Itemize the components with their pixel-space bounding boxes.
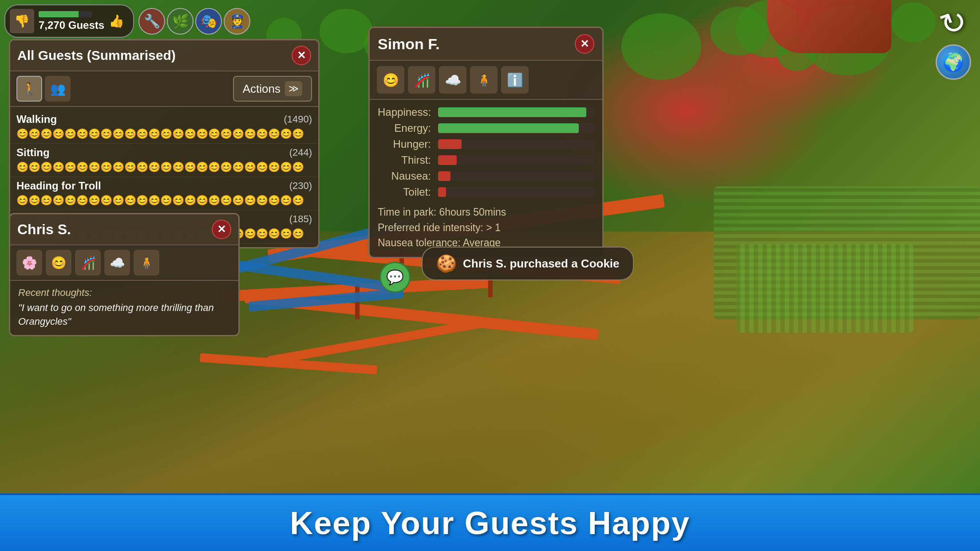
foliage xyxy=(710,7,768,55)
activity-walking-count: (1490) xyxy=(284,114,312,125)
top-bar: 👎 7,270 Guests 👍 🔧 🌿 🎭 👮 xyxy=(4,4,250,38)
stat-happiness-bar xyxy=(438,107,594,117)
foliage xyxy=(621,13,701,80)
cookie-purchase-text: Chris S. purchased a Cookie xyxy=(463,257,620,271)
all-guests-header: All Guests (Summarised) ✕ xyxy=(10,40,318,71)
guest-count-text: 7,270 Guests xyxy=(39,19,104,31)
bottom-banner-text: Keep Your Guests Happy xyxy=(290,505,690,541)
chris-icon-tabs: 🌸 😊 🎢 ☁️ 🧍 xyxy=(10,245,238,281)
simon-icon-tabs: 😊 🎢 ☁️ 🧍 ℹ️ xyxy=(370,61,602,100)
face-emoji: 😊😊😊😊😊😊😊😊😊😊😊😊😊😊😊😊😊😊😊😊😊😊😊😊😊😊😊😊😊 xyxy=(16,194,312,207)
simon-panel: Simon F. ✕ 😊 🎢 ☁️ 🧍 ℹ️ Happiness: Energy… xyxy=(368,27,604,258)
happiness-fill xyxy=(39,11,79,17)
staff-icon-groundskeeper[interactable]: 🌿 xyxy=(167,8,194,35)
cookie-notification: 🍪 Chris S. purchased a Cookie xyxy=(422,247,634,280)
stat-happiness-fill xyxy=(438,107,586,117)
face-emoji: 😊😊😊😊😊😊😊😊😊😊😊😊😊😊😊😊😊😊😊😊😊😊😊😊😊😊😊😊😊 xyxy=(16,127,312,141)
chris-thoughts-text: "I want to go on something more thrillin… xyxy=(18,301,230,329)
simon-tab-face[interactable]: 😊 xyxy=(377,66,404,94)
chris-panel: Chris S. ✕ 🌸 😊 🎢 ☁️ 🧍 Recent thoughts: "… xyxy=(9,213,240,336)
stat-happiness: Happiness: xyxy=(378,106,594,118)
activity-railway-count: (185) xyxy=(289,213,312,225)
activity-sitting[interactable]: Sitting (244) 😊😊😊😊😊😊😊😊😊😊😊😊😊😊😊😊😊😊😊😊😊😊😊😊😊😊… xyxy=(10,144,318,177)
stat-energy-bar xyxy=(438,123,594,133)
actions-button[interactable]: Actions ≫ xyxy=(233,76,312,102)
stat-happiness-label: Happiness: xyxy=(378,106,431,118)
chris-tab-person[interactable]: 🧍 xyxy=(134,250,159,276)
thumbs-up-icon: 👍 xyxy=(109,14,124,28)
simon-stats: Happiness: Energy: Hunger: Thirst: Nause… xyxy=(370,100,602,205)
activity-sitting-name: Sitting xyxy=(16,146,50,159)
tulip-field-2 xyxy=(736,244,913,333)
simon-header: Simon F. ✕ xyxy=(370,28,602,61)
double-chevron-icon: ≫ xyxy=(285,81,302,96)
chris-close-button[interactable]: ✕ xyxy=(212,220,231,239)
tab-single-guest[interactable]: 🚶 xyxy=(16,76,42,102)
stat-hunger-fill xyxy=(438,139,462,149)
simon-name: Simon F. xyxy=(378,35,440,53)
stat-hunger: Hunger: xyxy=(378,138,594,150)
activity-troll-header: Heading for Troll (230) xyxy=(16,180,312,192)
all-guests-toolbar: 🚶 👥 Actions ≫ xyxy=(10,71,318,107)
activity-troll[interactable]: Heading for Troll (230) 😊😊😊😊😊😊😊😊😊😊😊😊😊😊😊😊… xyxy=(10,177,318,210)
guest-count-info: 7,270 Guests xyxy=(39,11,104,31)
all-guests-title: All Guests (Summarised) xyxy=(17,48,176,63)
activity-sitting-header: Sitting (244) xyxy=(16,146,312,159)
top-right-controls: ↻ 🌍 xyxy=(936,4,971,80)
stat-thirst-fill xyxy=(438,155,457,165)
stat-toilet: Toilet: xyxy=(378,186,594,198)
globe-button[interactable]: 🌍 xyxy=(936,44,971,80)
tab-group-guests[interactable]: 👥 xyxy=(45,76,71,102)
activity-sitting-count: (244) xyxy=(289,147,312,158)
stat-toilet-fill xyxy=(438,187,446,197)
activity-walking-name: Walking xyxy=(16,113,57,126)
chris-name: Chris S. xyxy=(17,221,71,238)
chris-tab-flower[interactable]: 🌸 xyxy=(16,250,42,276)
stat-toilet-bar xyxy=(438,187,594,197)
stat-thirst-bar xyxy=(438,155,594,165)
activity-walking[interactable]: Walking (1490) 😊😊😊😊😊😊😊😊😊😊😊😊😊😊😊😊😊😊😊😊😊😊😊😊😊… xyxy=(10,110,318,144)
chris-thoughts-header: Recent thoughts: xyxy=(18,287,230,299)
cookie-icon: 🍪 xyxy=(436,254,457,273)
staff-icon-security[interactable]: 👮 xyxy=(224,8,250,35)
simon-tab-person[interactable]: 🧍 xyxy=(470,66,498,94)
chat-icon: 💬 xyxy=(386,269,404,286)
simon-tab-info[interactable]: ℹ️ xyxy=(501,66,529,94)
chris-tab-ride[interactable]: 🎢 xyxy=(75,250,101,276)
red-decoration xyxy=(767,0,891,53)
stat-toilet-label: Toilet: xyxy=(378,186,431,198)
face-emoji: 😊😊😊😊😊😊😊😊😊😊😊😊😊😊😊😊😊😊😊😊😊😊😊😊😊😊😊😊😊 xyxy=(16,161,312,174)
stat-energy: Energy: xyxy=(378,122,594,134)
chris-tab-face[interactable]: 😊 xyxy=(46,250,71,276)
staff-icons: 🔧 🌿 🎭 👮 xyxy=(138,8,250,35)
stat-thirst-label: Thirst: xyxy=(378,154,431,166)
guest-icon-tabs: 🚶 👥 xyxy=(16,76,71,102)
staff-icon-entertainer[interactable]: 🎭 xyxy=(195,8,222,35)
guest-counter: 👎 7,270 Guests 👍 xyxy=(4,4,134,38)
simon-tab-cloud[interactable]: ☁️ xyxy=(439,66,466,94)
stat-nausea-fill xyxy=(438,171,450,181)
walking-face-row: 😊😊😊😊😊😊😊😊😊😊😊😊😊😊😊😊😊😊😊😊😊😊😊😊😊😊😊😊😊 xyxy=(16,127,312,141)
happiness-bar xyxy=(39,11,92,17)
stat-energy-fill xyxy=(438,123,579,133)
simon-tab-ride[interactable]: 🎢 xyxy=(408,66,435,94)
staff-icon-mechanic[interactable]: 🔧 xyxy=(138,8,165,35)
activity-troll-name: Heading for Troll xyxy=(16,180,101,192)
chris-thoughts: Recent thoughts: "I want to go on someth… xyxy=(10,281,238,335)
chris-header: Chris S. ✕ xyxy=(10,214,238,245)
stat-nausea: Nausea: xyxy=(378,170,594,182)
simon-close-button[interactable]: ✕ xyxy=(575,34,594,54)
stat-hunger-bar xyxy=(438,139,594,149)
troll-face-row: 😊😊😊😊😊😊😊😊😊😊😊😊😊😊😊😊😊😊😊😊😊😊😊😊😊😊😊😊😊 xyxy=(16,194,312,207)
stat-thirst: Thirst: xyxy=(378,154,594,166)
chris-tab-cloud[interactable]: ☁️ xyxy=(104,250,130,276)
activity-troll-count: (230) xyxy=(289,180,312,192)
sitting-face-row: 😊😊😊😊😊😊😊😊😊😊😊😊😊😊😊😊😊😊😊😊😊😊😊😊😊😊😊😊😊 xyxy=(16,161,312,174)
stat-nausea-bar xyxy=(438,171,594,181)
chat-bubble: 💬 xyxy=(379,262,411,293)
all-guests-close-button[interactable]: ✕ xyxy=(292,46,311,65)
bottom-banner: Keep Your Guests Happy xyxy=(0,493,980,551)
thumbs-down-icon: 👎 xyxy=(14,14,30,28)
rotate-icon[interactable]: ↻ xyxy=(935,1,972,44)
foliage xyxy=(891,2,936,42)
